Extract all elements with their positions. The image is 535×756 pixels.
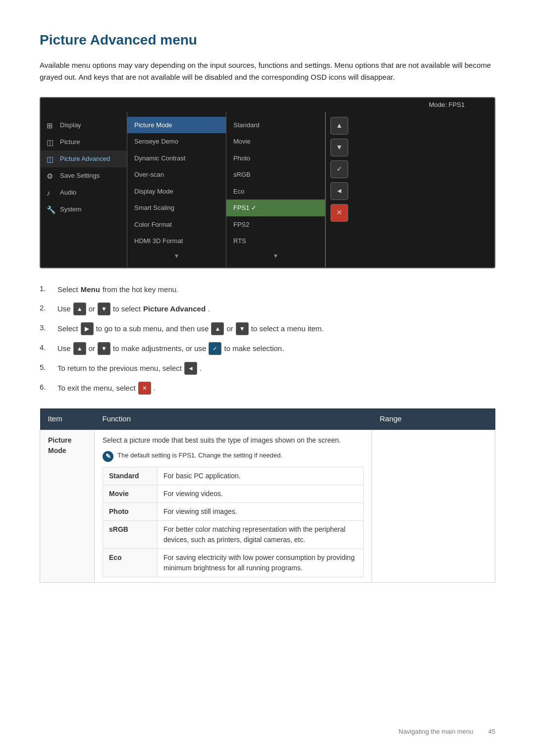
- note-text: The default setting is FPS1. Change the …: [117, 451, 282, 460]
- osd-right-movie: Movie: [226, 133, 325, 150]
- down-icon: ▼: [98, 302, 110, 315]
- item-range: [372, 430, 495, 582]
- osd-mid-col: Picture Mode Senseye Demo Dynamic Contra…: [127, 112, 226, 267]
- osd-left-col: ⊞ Display ◫ Picture ◫ Picture Advanced ⚙…: [41, 112, 127, 267]
- step-2: 2. Use ▲ or ▼ to select Picture Advanced…: [40, 302, 495, 315]
- osd-menu-picture-advanced: ◫ Picture Advanced: [41, 151, 127, 167]
- sub-desc-movie: For viewing videos.: [158, 485, 364, 503]
- page-title: Picture Advanced menu: [40, 30, 495, 50]
- osd-btn-up[interactable]: ▲: [330, 117, 348, 135]
- osd-mid-scroll-down: ▼: [127, 250, 226, 262]
- sub-row-eco: Eco For saving electricity with low powe…: [103, 549, 364, 577]
- col-range: Range: [372, 408, 495, 430]
- note-icon: ✎: [103, 451, 113, 462]
- osd-right-srgb: sRGB: [226, 166, 325, 183]
- sub-row-standard: Standard For basic PC application.: [103, 467, 364, 485]
- osd-mid-color-format: Color Format: [127, 216, 226, 233]
- page-footer: Navigating the main menu 45: [399, 727, 496, 737]
- save-settings-icon: ⚙: [47, 171, 56, 181]
- sub-row-srgb: sRGB For better color matching represent…: [103, 520, 364, 549]
- down2-icon: ▼: [236, 322, 249, 335]
- sub-desc-standard: For basic PC application.: [158, 467, 364, 485]
- step-4: 4. Use ▲ or ▼ to make adjustments, or us…: [40, 342, 495, 355]
- osd-mid-overscan: Over-scan: [127, 166, 226, 183]
- sub-desc-srgb: For better color matching representation…: [158, 520, 364, 549]
- col-function: Function: [95, 408, 372, 430]
- osd-mid-senseye: Senseye Demo: [127, 133, 226, 150]
- step-6: 6. To exit the menu, select ✕.: [40, 382, 495, 395]
- footer-page-num: 45: [488, 727, 495, 737]
- osd-right-col: Standard Movie Photo sRGB Eco FPS1 ✓ FPS…: [226, 112, 325, 267]
- item-label: PictureMode: [40, 430, 95, 582]
- item-function: Select a picture mode that best suits th…: [95, 430, 372, 582]
- footer-nav-text: Navigating the main menu: [399, 727, 474, 737]
- up-icon: ▲: [73, 302, 86, 315]
- sub-label-srgb: sRGB: [103, 520, 158, 549]
- osd-menu-display: ⊞ Display: [41, 117, 127, 134]
- sub-row-photo: Photo For viewing still images.: [103, 503, 364, 520]
- display-icon: ⊞: [47, 120, 56, 130]
- sub-desc-photo: For viewing still images.: [158, 503, 364, 520]
- osd-mid-smart-scaling: Smart Scaling: [127, 200, 226, 216]
- down3-icon: ▼: [98, 342, 110, 355]
- osd-btn-exit[interactable]: ✕: [330, 204, 348, 222]
- osd-right-rts: RTS: [226, 233, 325, 250]
- function-intro: Select a picture mode that best suits th…: [103, 435, 364, 446]
- steps-section: 1. Select Menu from the hot key menu. 2.…: [40, 283, 495, 395]
- sub-label-movie: Movie: [103, 485, 158, 503]
- osd-right-scroll-down: ▼: [226, 250, 325, 262]
- info-table: Item Function Range PictureMode Select a…: [40, 408, 495, 583]
- osd-right-fps1: FPS1 ✓: [226, 200, 325, 216]
- picture-icon: ◫: [47, 137, 56, 147]
- picture-advanced-icon: ◫: [47, 154, 56, 164]
- audio-icon: ♪: [47, 188, 56, 198]
- osd-mid-dynamic-contrast: Dynamic Contrast: [127, 150, 226, 167]
- page: Picture Advanced menu Available menu opt…: [0, 0, 535, 756]
- up3-icon: ▲: [73, 342, 86, 355]
- right-icon: ▶: [81, 322, 94, 335]
- osd-right-eco: Eco: [226, 183, 325, 200]
- osd-menu-system: 🔧 System: [41, 201, 127, 218]
- exit-icon: ✕: [138, 382, 151, 395]
- osd-right-fps2: FPS2: [226, 216, 325, 233]
- osd-btn-back[interactable]: ◄: [330, 182, 348, 200]
- osd-screenshot: Mode: FPS1 ⊞ Display ◫ Picture ◫ Picture…: [40, 97, 495, 268]
- step-3: 3. Select ▶ to go to a sub menu, and the…: [40, 322, 495, 335]
- table-row-picture-mode: PictureMode Select a picture mode that b…: [40, 430, 495, 582]
- sub-desc-eco: For saving electricity with low power co…: [158, 549, 364, 577]
- osd-menu-audio: ♪ Audio: [41, 184, 127, 201]
- osd-menu-save-settings: ⚙ Save Settings: [41, 167, 127, 184]
- back-icon: ◄: [184, 362, 197, 375]
- sub-label-photo: Photo: [103, 503, 158, 520]
- up2-icon: ▲: [211, 322, 224, 335]
- step-5: 5. To return to the previous menu, selec…: [40, 362, 495, 375]
- sub-label-eco: Eco: [103, 549, 158, 577]
- osd-btn-check[interactable]: ✓: [330, 160, 348, 178]
- step-1: 1. Select Menu from the hot key menu.: [40, 283, 495, 296]
- sub-table: Standard For basic PC application. Movie…: [103, 467, 364, 577]
- osd-right-photo: Photo: [226, 150, 325, 167]
- osd-mid-display-mode: Display Mode: [127, 183, 226, 200]
- note-box: ✎ The default setting is FPS1. Change th…: [103, 451, 364, 462]
- osd-menu-picture: ◫ Picture: [41, 134, 127, 151]
- check-icon: ✓: [209, 342, 221, 355]
- osd-mid-hdmi-3d: HDMI 3D Format: [127, 233, 226, 250]
- osd-mode-bar: Mode: FPS1: [41, 98, 494, 112]
- osd-body: ⊞ Display ◫ Picture ◫ Picture Advanced ⚙…: [41, 112, 494, 267]
- col-item: Item: [40, 408, 95, 430]
- system-icon: 🔧: [47, 204, 56, 214]
- intro-text: Available menu options may vary dependin…: [40, 59, 495, 83]
- osd-btn-down[interactable]: ▼: [330, 139, 348, 156]
- osd-right-standard: Standard: [226, 117, 325, 134]
- osd-buttons: ▲ ▼ ✓ ◄ ✕: [325, 112, 353, 267]
- sub-label-standard: Standard: [103, 467, 158, 485]
- osd-mid-picture-mode: Picture Mode: [127, 117, 226, 134]
- sub-row-movie: Movie For viewing videos.: [103, 485, 364, 503]
